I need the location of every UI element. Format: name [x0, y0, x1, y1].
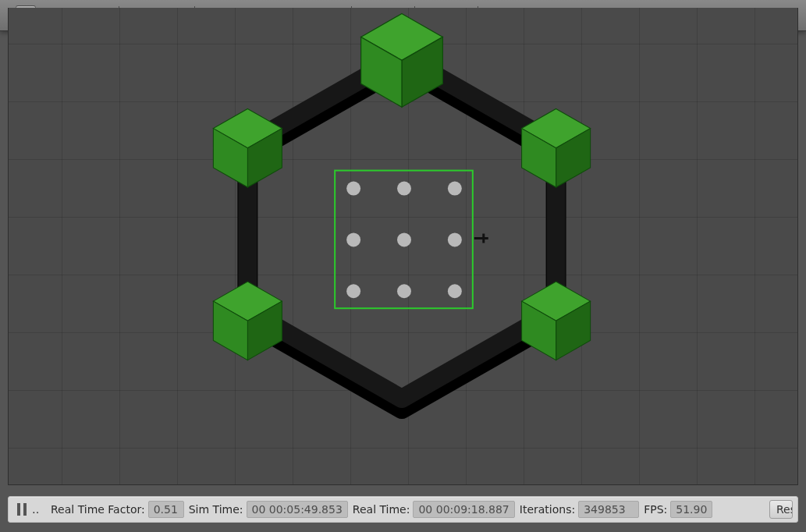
svg-point-32 — [346, 284, 360, 298]
svg-point-26 — [346, 182, 360, 196]
rtf-value: 0.51 — [148, 501, 184, 518]
cube-bot-right — [522, 282, 591, 360]
fps-value: 51.90 — [670, 501, 712, 518]
real-time-label: Real Time: — [353, 503, 410, 516]
svg-point-31 — [448, 232, 462, 246]
svg-rect-35 — [17, 503, 20, 516]
pause-button[interactable] — [13, 501, 30, 518]
reset-button[interactable]: Reset — [769, 500, 793, 519]
svg-point-30 — [397, 232, 411, 246]
svg-point-28 — [448, 182, 462, 196]
simulation-status-bar: ‥ Real Time Factor: 0.51 Sim Time: 00 00… — [8, 496, 798, 523]
axis-marker-icon — [474, 233, 488, 243]
real-time-value: 00 00:09:18.887 — [413, 501, 514, 518]
rtf-label: Real Time Factor: — [51, 503, 145, 516]
sim-time-label: Sim Time: — [189, 503, 243, 516]
svg-point-29 — [346, 232, 360, 246]
step-button[interactable]: ‥ — [32, 503, 43, 516]
svg-point-34 — [448, 284, 462, 298]
svg-point-27 — [397, 182, 411, 196]
sim-time-value: 00 00:05:49.853 — [247, 501, 348, 518]
3d-viewport[interactable] — [8, 8, 798, 485]
fps-label: FPS: — [644, 503, 667, 516]
iterations-label: Iterations: — [520, 503, 575, 516]
svg-point-33 — [397, 284, 411, 298]
scene-svg — [9, 8, 797, 452]
cube-bot-left — [213, 282, 282, 360]
iterations-value: 349853 — [578, 501, 639, 518]
svg-rect-36 — [23, 503, 27, 516]
waypoint-grid — [346, 182, 462, 299]
